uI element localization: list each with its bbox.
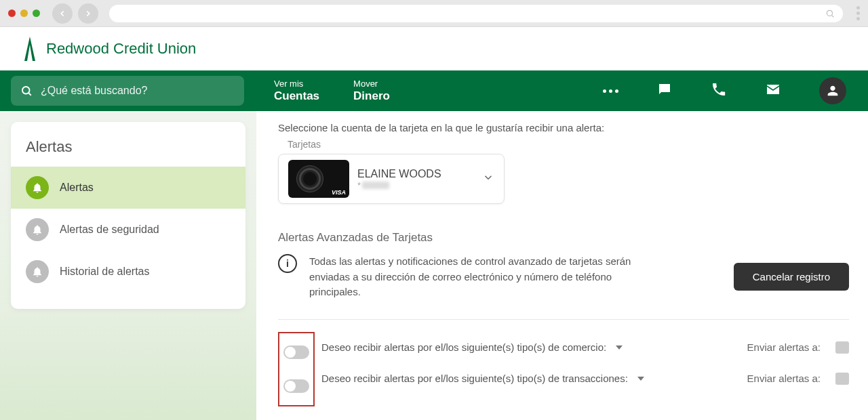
svg-point-2 — [22, 87, 30, 94]
bell-icon — [26, 218, 49, 241]
nav-move-money[interactable]: Mover Dinero — [353, 79, 390, 103]
sidebar-title: Alertas — [11, 134, 245, 167]
url-bar[interactable] — [109, 5, 843, 22]
browser-menu-icon[interactable] — [856, 6, 860, 20]
nav-accounts[interactable]: Ver mis Cuentas — [274, 79, 319, 103]
profile-avatar[interactable] — [819, 77, 846, 104]
logo-bar: Redwood Credit Union — [0, 27, 868, 70]
card-holder-name: ELAINE WOODS — [357, 168, 474, 180]
info-icon: i — [278, 254, 297, 273]
chat-icon[interactable] — [835, 373, 849, 385]
search-input[interactable] — [41, 85, 235, 97]
tree-icon — [20, 35, 39, 62]
messages-icon[interactable] — [656, 81, 673, 100]
field-label-cards: Tarjetas — [288, 139, 849, 150]
brand-logo[interactable]: Redwood Credit Union — [20, 35, 196, 62]
chat-icon[interactable] — [835, 341, 849, 354]
svg-line-1 — [832, 15, 834, 17]
sidebar: Alertas Alertas Alertas de seguridad His… — [11, 122, 245, 309]
toggle-commerce-types[interactable] — [283, 345, 309, 359]
forward-button[interactable] — [78, 3, 98, 24]
person-icon — [825, 83, 840, 98]
chevron-down-icon — [482, 171, 494, 186]
card-selector[interactable]: ELAINE WOODS * — [278, 154, 505, 204]
sidebar-item-security-alerts[interactable]: Alertas de seguridad — [11, 209, 245, 251]
browser-chrome — [0, 0, 868, 27]
back-button[interactable] — [52, 3, 73, 24]
svg-line-3 — [28, 93, 31, 95]
sidebar-item-label: Alertas — [60, 182, 94, 194]
maximize-window-icon[interactable] — [33, 9, 40, 17]
search-icon — [825, 9, 835, 18]
highlight-annotation — [278, 332, 315, 406]
bell-icon — [26, 176, 49, 199]
main-nav: Ver mis Cuentas Mover Dinero — [0, 70, 868, 111]
info-text: Todas las alertas y notificaciones de co… — [309, 254, 648, 300]
window-controls — [8, 9, 40, 17]
more-icon[interactable] — [603, 89, 618, 93]
card-image — [288, 160, 349, 198]
brand-name: Redwood Credit Union — [46, 40, 196, 58]
mail-icon[interactable] — [765, 81, 781, 100]
search-icon — [20, 85, 33, 97]
send-alerts-label: Enviar alertas a: — [747, 373, 821, 384]
sidebar-item-label: Alertas de seguridad — [60, 224, 159, 236]
dropdown-caret-icon[interactable] — [635, 373, 644, 385]
toggle-label: Deseo recibir alertas por el/los siguien… — [321, 341, 606, 353]
minimize-window-icon[interactable] — [20, 9, 28, 17]
divider — [278, 319, 849, 320]
phone-icon[interactable] — [711, 81, 727, 100]
svg-point-0 — [827, 10, 832, 16]
toggle-transaction-types[interactable] — [283, 379, 309, 393]
sidebar-item-label: Historial de alertas — [60, 266, 150, 278]
close-window-icon[interactable] — [8, 9, 16, 17]
card-number-masked: * — [357, 180, 474, 190]
search-box[interactable] — [11, 76, 244, 106]
content-area: Seleccione la cuenta de la tarjeta en la… — [256, 111, 868, 420]
section-intro: Seleccione la cuenta de la tarjeta en la… — [278, 122, 849, 133]
bell-icon — [26, 260, 49, 283]
cancel-registration-button[interactable]: Cancelar registro — [734, 263, 849, 291]
send-alerts-label: Enviar alertas a: — [747, 341, 821, 353]
sidebar-item-alerts[interactable]: Alertas — [11, 167, 245, 209]
subsection-title: Alertas Avanzadas de Tarjetas — [278, 231, 849, 245]
toggle-label: Deseo recibir alertas por el/los siguien… — [321, 373, 628, 384]
nav-icons — [603, 77, 857, 104]
dropdown-caret-icon[interactable] — [613, 341, 623, 354]
sidebar-item-alert-history[interactable]: Historial de alertas — [11, 251, 245, 293]
